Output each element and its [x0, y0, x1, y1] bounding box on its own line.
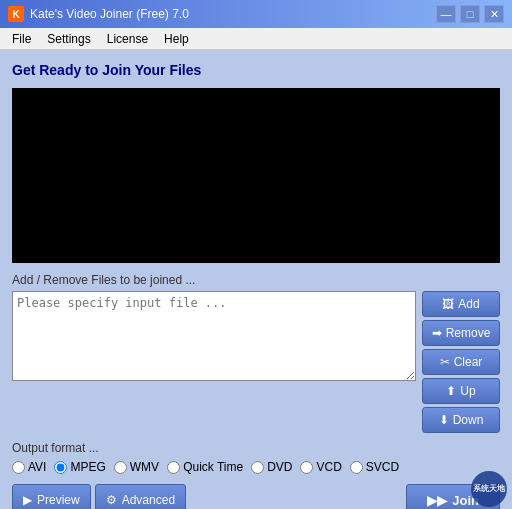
- watermark-logo: 系统天地: [471, 471, 507, 507]
- format-mpeg[interactable]: MPEG: [54, 460, 105, 474]
- format-quicktime[interactable]: Quick Time: [167, 460, 243, 474]
- app-icon: K: [8, 6, 24, 22]
- title-bar: K Kate's Video Joiner (Free) 7.0 — □ ✕: [0, 0, 512, 28]
- format-wmv[interactable]: WMV: [114, 460, 159, 474]
- title-bar-left: K Kate's Video Joiner (Free) 7.0: [8, 6, 189, 22]
- format-dvd[interactable]: DVD: [251, 460, 292, 474]
- menu-settings[interactable]: Settings: [39, 30, 98, 48]
- title-controls: — □ ✕: [436, 5, 504, 23]
- advanced-button[interactable]: ⚙ Advanced: [95, 484, 186, 509]
- menu-bar: File Settings License Help: [0, 28, 512, 50]
- remove-button[interactable]: ➡ Remove: [422, 320, 500, 346]
- advanced-icon: ⚙: [106, 493, 117, 507]
- bottom-row: ▶ Preview ⚙ Advanced ▶▶ Join: [12, 484, 500, 509]
- files-row: 🖼 Add ➡ Remove ✂ Clear ⬆ Up ⬇ Down: [12, 291, 500, 433]
- down-button[interactable]: ⬇ Down: [422, 407, 500, 433]
- minimize-button[interactable]: —: [436, 5, 456, 23]
- main-content: Get Ready to Join Your Files Add / Remov…: [0, 50, 512, 509]
- menu-license[interactable]: License: [99, 30, 156, 48]
- format-vcd[interactable]: VCD: [300, 460, 341, 474]
- files-list[interactable]: [12, 291, 416, 381]
- up-button[interactable]: ⬆ Up: [422, 378, 500, 404]
- preview-button[interactable]: ▶ Preview: [12, 484, 91, 509]
- clear-icon: ✂: [440, 355, 450, 369]
- format-avi[interactable]: AVI: [12, 460, 46, 474]
- add-button[interactable]: 🖼 Add: [422, 291, 500, 317]
- down-icon: ⬇: [439, 413, 449, 427]
- remove-icon: ➡: [432, 326, 442, 340]
- output-label: Output format ...: [12, 441, 500, 455]
- menu-file[interactable]: File: [4, 30, 39, 48]
- title-text: Kate's Video Joiner (Free) 7.0: [30, 7, 189, 21]
- add-icon: 🖼: [442, 297, 454, 311]
- maximize-button[interactable]: □: [460, 5, 480, 23]
- files-label: Add / Remove Files to be joined ...: [12, 273, 500, 287]
- format-row: AVI MPEG WMV Quick Time DVD VCD SVCD: [12, 460, 500, 474]
- join-icon: ▶▶: [427, 493, 447, 508]
- preview-icon: ▶: [23, 493, 32, 507]
- menu-help[interactable]: Help: [156, 30, 197, 48]
- close-button[interactable]: ✕: [484, 5, 504, 23]
- bottom-left: ▶ Preview ⚙ Advanced: [12, 484, 186, 509]
- up-icon: ⬆: [446, 384, 456, 398]
- format-svcd[interactable]: SVCD: [350, 460, 399, 474]
- video-preview: [12, 88, 500, 263]
- watermark: 系统天地: [471, 471, 507, 507]
- section-title: Get Ready to Join Your Files: [12, 62, 500, 78]
- files-buttons: 🖼 Add ➡ Remove ✂ Clear ⬆ Up ⬇ Down: [422, 291, 500, 433]
- clear-button[interactable]: ✂ Clear: [422, 349, 500, 375]
